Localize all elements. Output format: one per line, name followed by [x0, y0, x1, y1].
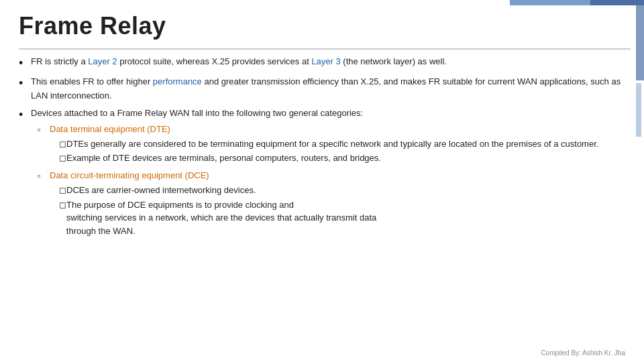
sub-sub-list: ◻DCEs are carrier-owned internetworking … — [59, 184, 625, 237]
layer2-highlight: Layer 2 — [88, 56, 117, 66]
list-item: • This enables FR to offer higher perfor… — [19, 75, 625, 102]
bullet-text: FR is strictly a Layer 2 protocol suite,… — [31, 55, 625, 68]
content-area: • FR is strictly a Layer 2 protocol suit… — [19, 55, 625, 342]
bullet-text: Devices attached to a Frame Relay WAN fa… — [31, 107, 625, 241]
bullet-dot: • — [19, 56, 31, 71]
right-decoration — [636, 0, 644, 362]
bullet-text: This enables FR to offer higher performa… — [31, 75, 625, 102]
list-item: ◻The purpose of DCE equipments is to pro… — [59, 198, 625, 238]
list-item: • Devices attached to a Frame Relay WAN … — [19, 107, 625, 241]
list-item: • FR is strictly a Layer 2 protocol suit… — [19, 55, 625, 71]
main-bullet-list: • FR is strictly a Layer 2 protocol suit… — [19, 55, 625, 241]
page-title: Frame Relay — [19, 12, 166, 40]
layer3-highlight: Layer 3 — [311, 56, 340, 66]
list-item: ▫ Data circuit-terminating equipment (DC… — [38, 169, 625, 239]
title-divider — [19, 48, 631, 50]
sub-sub-list: ◻DTEs generally are considered to be ter… — [59, 137, 625, 165]
sub-bullet-list: ▫ Data terminal equipment (DTE) ◻DTEs ge… — [38, 123, 625, 239]
right-deco-mid — [636, 83, 641, 137]
list-item: ◻DCEs are carrier-owned internetworking … — [59, 184, 625, 197]
bullet-dot: • — [19, 107, 31, 123]
sub-bullet-text: Data circuit-terminating equipment (DCE)… — [50, 169, 625, 239]
dte-label: Data terminal equipment (DTE) — [50, 124, 170, 134]
sub-bullet-marker: ▫ — [38, 123, 50, 137]
slide: Frame Relay • FR is strictly a Layer 2 p… — [0, 0, 644, 362]
list-item: ◻Example of DTE devices are terminals, p… — [59, 152, 625, 165]
dce-label: Data circuit-terminating equipment (DCE) — [50, 170, 209, 180]
list-item: ◻DTEs generally are considered to be ter… — [59, 137, 625, 151]
performance-highlight: performance — [153, 76, 202, 86]
sub-bullet-marker: ▫ — [38, 170, 50, 183]
list-item: ▫ Data terminal equipment (DTE) ◻DTEs ge… — [38, 123, 625, 166]
right-deco-top — [636, 0, 644, 80]
top-bar-segment1 — [510, 0, 590, 5]
footer-credit: Compiled By: Ashish Kr. Jha — [541, 349, 625, 357]
top-bar-decoration — [510, 0, 644, 5]
sub-bullet-text: Data terminal equipment (DTE) ◻DTEs gene… — [50, 123, 625, 166]
bullet-dot: • — [19, 76, 31, 91]
